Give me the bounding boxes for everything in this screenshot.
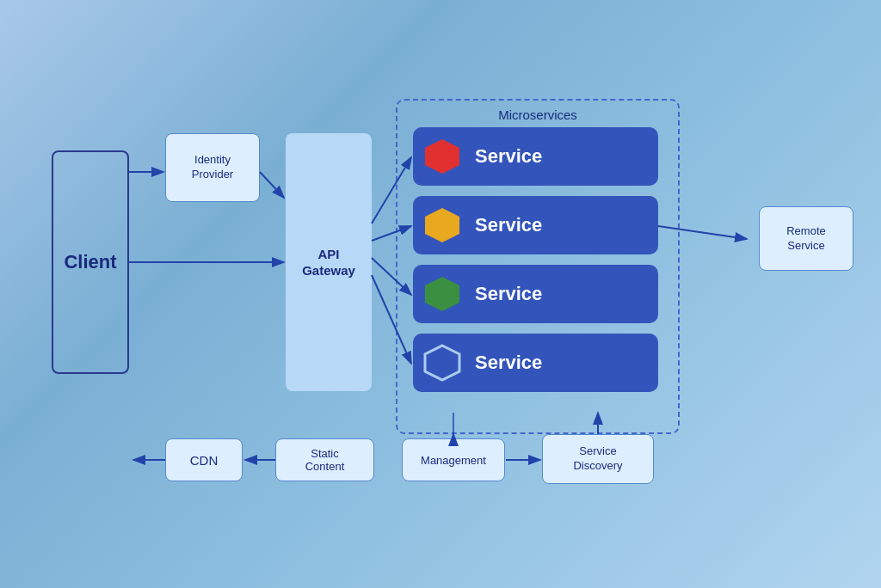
svg-marker-3 xyxy=(425,346,459,380)
svg-marker-2 xyxy=(425,277,459,311)
management-box: Management xyxy=(402,438,505,481)
cdn-label: CDN xyxy=(190,453,219,468)
service-row-2: Service xyxy=(413,196,658,254)
static-content-box: StaticContent xyxy=(275,438,374,481)
service-row-4: Service xyxy=(413,334,658,392)
hex-yellow-icon xyxy=(422,205,463,246)
remote-service-label: RemoteService xyxy=(786,224,826,254)
api-gateway-box: APIGateway xyxy=(286,133,372,391)
identity-label: IdentityProvider xyxy=(192,153,233,182)
remote-service-box: RemoteService xyxy=(759,206,853,271)
microservices-label: Microservices xyxy=(498,107,577,122)
service-row-1: Service xyxy=(413,127,658,186)
service-4-label: Service xyxy=(475,352,542,374)
svg-line-7 xyxy=(260,172,284,198)
service-discovery-box: ServiceDiscovery xyxy=(542,434,654,484)
client-label: Client xyxy=(64,251,116,273)
management-label: Management xyxy=(421,454,486,467)
api-gateway-label: APIGateway xyxy=(302,246,355,279)
client-box: Client xyxy=(52,150,129,374)
service-2-label: Service xyxy=(475,214,542,236)
svg-marker-1 xyxy=(425,208,459,242)
service-1-label: Service xyxy=(475,145,542,168)
svg-marker-0 xyxy=(425,139,459,174)
static-content-label: StaticContent xyxy=(305,447,345,473)
hex-outline-icon xyxy=(422,342,463,383)
identity-provider-box: IdentityProvider xyxy=(165,133,260,202)
diagram: Client IdentityProvider APIGateway Micro… xyxy=(0,0,881,588)
hex-green-icon xyxy=(422,273,463,315)
cdn-box: CDN xyxy=(165,438,243,481)
service-row-3: Service xyxy=(413,265,658,323)
hex-red-icon xyxy=(422,136,463,177)
service-discovery-label: ServiceDiscovery xyxy=(573,444,622,474)
service-3-label: Service xyxy=(475,283,542,305)
